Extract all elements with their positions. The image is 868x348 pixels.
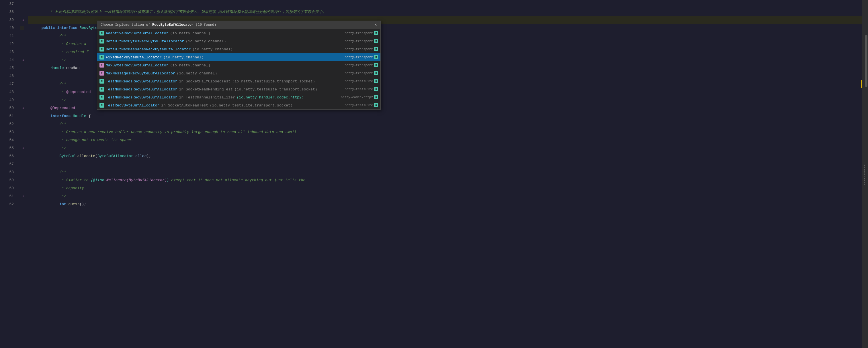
item-icon-3: C [99,55,104,60]
item-icon-5: I [99,71,104,75]
gutter: ⬇ − ⬇ ⬇ ⬇ ⬇ [17,0,25,348]
code-line-56 [28,152,862,160]
code-line-38: */ [28,8,862,16]
fold-arrow-50[interactable]: ⬇ [17,104,25,112]
item-icon-1: C [99,39,104,43]
popup-item-8[interactable]: C TestNumReadsRecvByteBufAllocator in Te… [97,93,380,101]
popup-item-9[interactable]: C TestRecvByteBufAllocator in SocketAuto… [97,101,380,109]
code-line-54: */ [28,136,862,144]
fold-arrow-39[interactable]: ⬇ [17,16,25,24]
scrollbar-thumb[interactable] [865,35,867,87]
item-icon-7: C [99,87,104,92]
item-icon-0: C [99,31,104,35]
item-icon-4: I [99,63,104,68]
fold-arrow-61[interactable]: ⬇ [17,192,25,200]
code-line-51: /** [28,112,862,120]
editor-container: 37 38 39 40 41 42 43 44 45 46 47 48 49 5… [0,0,868,348]
item-icon-9: C [99,103,104,108]
popup-item-6[interactable]: C TestNumReadsRecvByteBufAllocator in So… [97,77,380,85]
code-line-52: * Creates a new receive buffer whose cap… [28,120,862,128]
popup-title: Choose Implementation of RecvByteBufAllo… [101,23,216,27]
code-line-53: * enough not to waste its space. [28,128,862,136]
fold-arrow-44[interactable]: ⬇ [17,56,25,64]
popup-header: Choose Implementation of RecvByteBufAllo… [97,21,380,29]
code-line-58: * Similar to {@link #allocate(ByteBufAll… [28,168,862,176]
item-icon-8: C [99,95,104,100]
collapse-btn-40[interactable]: − [17,24,25,32]
item-icon-6: C [99,79,104,83]
code-line-60: */ [28,184,862,192]
popup-item-3[interactable]: C FixedRecvByteBufAllocator (io.netty.ch… [97,53,380,61]
yellow-marker [861,80,862,88]
popup-item-0[interactable]: C AdaptiveRecvByteBufAllocator (io.netty… [97,29,380,37]
code-line-61: int guess(); [28,192,862,200]
fold-arrow-55[interactable]: ⬇ [17,144,25,152]
code-line-37: * 从而自动增加或减少;如果上 一次读循环将缓冲区填充满了，那么预测的字节数会变… [28,0,862,8]
code-area[interactable]: * 从而自动增加或减少;如果上 一次读循环将缓冲区填充满了，那么预测的字节数会变… [25,0,862,348]
popup-close-button[interactable]: × [375,23,377,27]
item-icon-2: C [99,47,104,51]
popup-item-5[interactable]: I MaxMessagesRecvByteBufAllocator (io.ne… [97,69,380,77]
code-line-57: /** [28,160,862,168]
scrollbar[interactable] [865,0,868,348]
popup-item-2[interactable]: C DefaultMaxMessagesRecvByteBufAllocator… [97,45,380,53]
autocomplete-popup: Choose Implementation of RecvByteBufAllo… [97,21,381,110]
line-numbers: 37 38 39 40 41 42 43 44 45 46 47 48 49 5… [0,0,17,348]
popup-item-7[interactable]: C TestNumReadsRecvByteBufAllocator in So… [97,85,380,93]
popup-item-1[interactable]: C DefaultMaxBytesRecvByteBufAllocator (i… [97,37,380,45]
code-line-62 [28,200,862,208]
code-line-59: * capacity. [28,176,862,184]
code-line-55: ByteBuf allocate(ByteBufAllocator alloc)… [28,144,862,152]
popup-item-4[interactable]: I MaxBytesRecvByteBufAllocator (io.netty… [97,61,380,69]
